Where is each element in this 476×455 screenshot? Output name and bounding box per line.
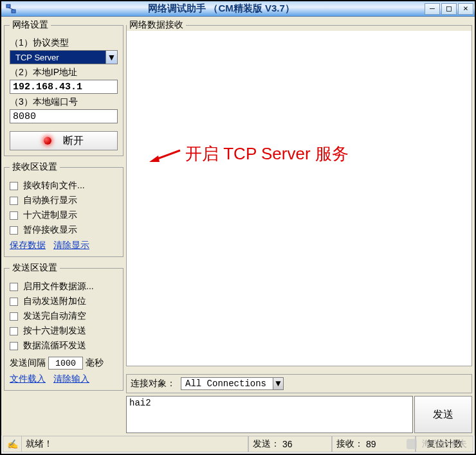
send-textarea[interactable]: hai2 xyxy=(126,396,413,433)
disconnect-button[interactable]: 断开 xyxy=(10,131,118,150)
annotation-text: 开启 TCP Server 服务 xyxy=(185,143,349,165)
svg-line-2 xyxy=(8,8,14,10)
send-button[interactable]: 发送 xyxy=(414,396,472,433)
checkbox-icon xyxy=(10,197,18,205)
dropdown-arrow-icon: ▼ xyxy=(273,378,283,389)
network-settings-group: 网络设置 （1）协议类型 TCP Server ▼ （2）本地IP地址 （3）本… xyxy=(4,19,124,156)
local-port-input[interactable] xyxy=(10,109,118,123)
recv-opt-1[interactable]: 自动换行显示 xyxy=(10,195,118,206)
send-opt-4[interactable]: 数据流循环发送 xyxy=(10,340,118,352)
annotation-arrow: 开启 TCP Server 服务 xyxy=(149,143,349,165)
interval-label-pre: 发送间隔 xyxy=(10,357,46,369)
recv-settings-group: 接收区设置 接收转向文件... 自动换行显示 十六进制显示 暂停接收显示 保存数… xyxy=(4,161,124,257)
recv-label: 接收： xyxy=(336,438,363,450)
network-settings-legend: 网络设置 xyxy=(10,19,51,31)
clear-input-link[interactable]: 清除输入 xyxy=(53,373,89,385)
send-settings-legend: 发送区设置 xyxy=(10,262,60,274)
local-port-label: （3）本地端口号 xyxy=(10,96,118,108)
local-ip-input[interactable] xyxy=(10,80,118,94)
close-button[interactable]: × xyxy=(458,3,473,15)
send-opt-3[interactable]: 按十六进制发送 xyxy=(10,325,118,337)
save-data-link[interactable]: 保存数据 xyxy=(10,240,46,251)
connection-label: 连接对象： xyxy=(131,378,176,389)
svg-marker-4 xyxy=(149,156,160,162)
reset-count-button[interactable]: 复位计数 xyxy=(416,436,473,452)
checkbox-icon xyxy=(10,211,18,220)
status-dot-icon xyxy=(44,137,51,145)
minimize-button[interactable]: — xyxy=(425,3,440,15)
checkbox-icon xyxy=(10,298,18,306)
window-titlebar: 网络调试助手 （CM精装版 V3.7） — □ × xyxy=(1,1,475,17)
recv-opt-2[interactable]: 十六进制显示 xyxy=(10,210,118,221)
checkbox-icon xyxy=(10,182,18,190)
app-icon xyxy=(5,3,17,15)
checkbox-icon xyxy=(10,226,18,235)
recv-opt-3[interactable]: 暂停接收显示 xyxy=(10,224,118,236)
svg-line-3 xyxy=(156,150,180,159)
protocol-dropdown[interactable]: TCP Server ▼ xyxy=(10,50,118,64)
protocol-value: TCP Server xyxy=(10,53,59,62)
ready-icon: ✍ xyxy=(3,436,22,452)
recv-textarea[interactable] xyxy=(127,31,471,366)
recv-opt-0[interactable]: 接收转向文件... xyxy=(10,180,118,192)
window-title: 网络调试助手 （CM精装版 V3.7） xyxy=(19,3,423,15)
interval-label-suf: 毫秒 xyxy=(86,357,104,369)
recv-data-group: 网络数据接收 xyxy=(126,19,472,366)
send-opt-0[interactable]: 启用文件数据源... xyxy=(10,281,118,292)
send-opt-2[interactable]: 发送完自动清空 xyxy=(10,310,118,322)
recv-value: 89 xyxy=(366,439,376,449)
connection-row: 连接对象： All Connections ▼ xyxy=(126,374,472,393)
connection-value: All Connections xyxy=(181,379,270,389)
dropdown-arrow-icon: ▼ xyxy=(105,51,117,64)
svg-rect-1 xyxy=(12,10,15,13)
status-ready: 就绪！ xyxy=(22,436,248,452)
status-bar: ✍ 就绪！ 发送： 36 接收： 89 复位计数 xyxy=(3,436,473,452)
disconnect-label: 断开 xyxy=(63,134,84,148)
maximize-button[interactable]: □ xyxy=(441,3,457,15)
local-ip-label: （2）本地IP地址 xyxy=(10,67,118,78)
connection-dropdown[interactable]: All Connections ▼ xyxy=(181,377,284,390)
checkbox-icon xyxy=(10,312,18,321)
interval-input[interactable] xyxy=(48,357,83,370)
protocol-label: （1）协议类型 xyxy=(10,37,118,49)
recv-data-legend: 网络数据接收 xyxy=(127,19,186,31)
send-opt-1[interactable]: 自动发送附加位 xyxy=(10,296,118,307)
sent-value: 36 xyxy=(282,439,293,449)
checkbox-icon xyxy=(10,327,18,335)
send-settings-group: 发送区设置 启用文件数据源... 自动发送附加位 发送完自动清空 按十六进制发送… xyxy=(4,262,124,391)
file-load-link[interactable]: 文件载入 xyxy=(10,373,46,385)
checkbox-icon xyxy=(10,342,18,350)
recv-settings-legend: 接收区设置 xyxy=(10,161,60,173)
svg-rect-0 xyxy=(6,4,10,8)
sent-label: 发送： xyxy=(253,438,280,450)
clear-display-link[interactable]: 清除显示 xyxy=(53,240,89,251)
checkbox-icon xyxy=(10,283,18,291)
